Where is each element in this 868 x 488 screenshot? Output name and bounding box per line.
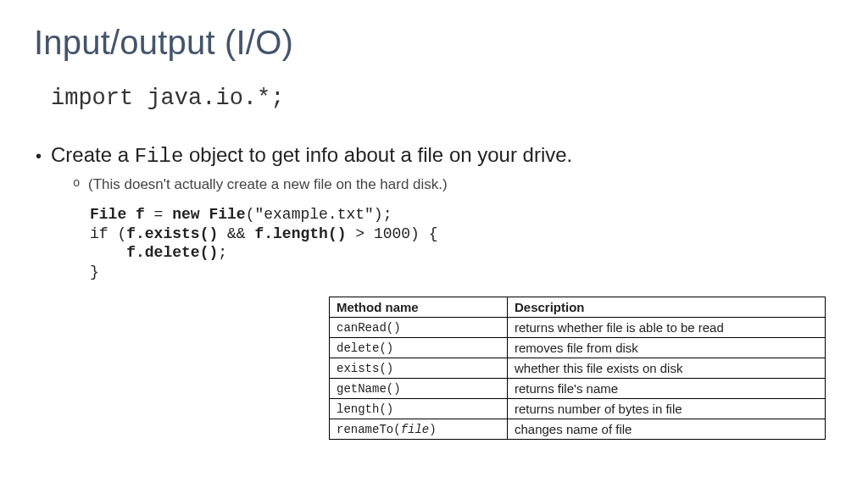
slide: Input/output (I/O) import java.io.*; • C… (0, 0, 868, 488)
method-param: file (401, 423, 430, 436)
desc-cell: returns number of bytes in file (508, 399, 826, 419)
desc-cell: returns file's name (508, 379, 826, 399)
method-cell: canRead() (330, 318, 508, 338)
sub-bullet-text: (This doesn't actually create a new file… (88, 176, 448, 193)
method-cell: delete() (330, 338, 508, 358)
method-cell: exists() (330, 358, 508, 379)
code-token: f.delete() (126, 244, 218, 261)
code-token: f.length() (254, 225, 346, 242)
sub-bullet: o (This doesn't actually create a new fi… (73, 176, 834, 193)
bullet-text-pre: Create a (51, 143, 135, 166)
code-example: File f = new File("example.txt"); if (f.… (90, 205, 834, 281)
code-token: && (218, 225, 254, 242)
bullet-code-word: File (135, 145, 184, 168)
table-row: delete() removes file from disk (330, 338, 826, 358)
import-statement: import java.io.*; (51, 86, 834, 111)
method-cell: getName() (330, 379, 508, 399)
method-cell: renameTo(file) (330, 419, 508, 440)
table-header-method: Method name (330, 297, 508, 318)
code-token: > 1000) { (347, 225, 438, 242)
code-token: = (145, 206, 172, 223)
table-header-desc: Description (508, 297, 826, 318)
code-token: new File (172, 206, 245, 223)
code-token: File f (90, 206, 145, 223)
table-row: canRead() returns whether file is able t… (330, 318, 826, 338)
bullet-main: • Create a File object to get info about… (36, 143, 834, 168)
page-title: Input/output (I/O) (34, 24, 834, 62)
table-header-row: Method name Description (330, 297, 826, 318)
code-token: } (90, 263, 99, 280)
bullet-text: Create a File object to get info about a… (51, 143, 834, 168)
desc-cell: returns whether file is able to be read (508, 318, 826, 338)
code-token: f.exists() (126, 225, 218, 242)
table-row: renameTo(file) changes name of file (330, 419, 826, 440)
method-text: renameTo( (337, 423, 401, 436)
sub-bullet-marker: o (73, 176, 88, 193)
bullet-dot-icon: • (36, 147, 51, 166)
code-token: if ( (90, 225, 126, 242)
table-row: exists() whether this file exists on dis… (330, 358, 826, 379)
table-row: getName() returns file's name (330, 379, 826, 399)
desc-cell: removes file from disk (508, 338, 826, 358)
desc-cell: changes name of file (508, 419, 826, 440)
code-token: ("example.txt"); (246, 206, 392, 223)
method-cell: length() (330, 399, 508, 419)
method-text: ) (429, 423, 436, 436)
bullet-text-post: object to get info about a file on your … (183, 143, 572, 166)
desc-cell: whether this file exists on disk (508, 358, 826, 379)
table-row: length() returns number of bytes in file (330, 399, 826, 419)
table: Method name Description canRead() return… (329, 297, 826, 440)
code-token: ; (218, 244, 227, 261)
code-token (90, 244, 126, 261)
methods-table: Method name Description canRead() return… (329, 297, 826, 440)
